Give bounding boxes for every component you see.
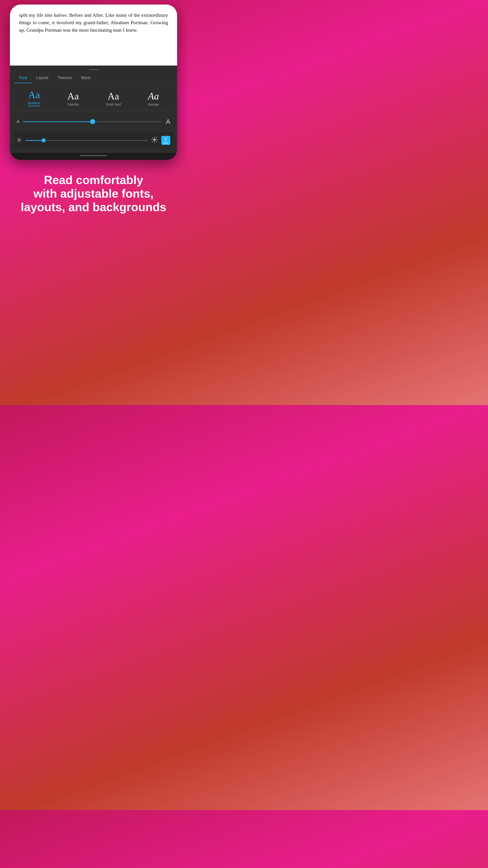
checkmark-icon: ✓	[164, 137, 168, 141]
font-sample-georgia: Aa	[148, 91, 159, 101]
font-options: Aa Bookerly Aa Caecilia Aa Droid Serif A…	[14, 88, 173, 111]
brightness-icon-small	[17, 137, 22, 144]
tab-more[interactable]: More	[76, 74, 95, 83]
book-text: split my life into halves: Before and Af…	[19, 12, 168, 33]
drag-handle[interactable]	[89, 69, 98, 70]
font-option-caecilia[interactable]: Aa Caecilia	[67, 91, 79, 106]
svg-line-16	[156, 137, 157, 138]
promo-line2: with adjustable fonts,	[33, 187, 154, 200]
tab-layout[interactable]: Layout	[32, 74, 53, 83]
font-name-droid: Droid Serif	[106, 103, 121, 106]
svg-point-9	[153, 138, 156, 141]
auto-brightness-checkbox[interactable]: ✓ Auto	[161, 136, 170, 145]
font-name-caecilia: Caecilia	[68, 103, 79, 106]
brightness-row: ✓ Auto	[14, 132, 173, 149]
auto-label: Auto	[164, 142, 168, 144]
promo-line3: layouts, and backgrounds	[21, 200, 166, 214]
font-option-georgia[interactable]: Aa Georgia	[148, 91, 159, 106]
home-indicator	[10, 153, 177, 160]
font-option-bookerly[interactable]: Aa Bookerly	[28, 90, 40, 106]
svg-line-17	[152, 141, 153, 142]
svg-line-5	[18, 138, 18, 138]
font-size-slider[interactable]	[23, 121, 162, 122]
tab-themes[interactable]: Themes	[53, 74, 76, 83]
tab-font[interactable]: Font	[14, 74, 32, 83]
font-sample-bookerly: Aa	[28, 90, 40, 100]
tabs: Font Layout Themes More	[14, 74, 173, 83]
font-sample-caecilia: Aa	[67, 91, 79, 101]
font-option-droid[interactable]: Aa Droid Serif	[106, 91, 121, 106]
home-bar	[80, 155, 107, 156]
font-size-row: A A	[14, 116, 173, 132]
promo-text: Read comfortably with adjustable fonts, …	[0, 160, 187, 223]
svg-line-8	[18, 141, 18, 142]
font-size-small-label: A	[17, 119, 20, 124]
brightness-thumb[interactable]	[41, 138, 46, 143]
phone-frame: split my life into halves: Before and Af…	[10, 4, 177, 160]
svg-line-7	[20, 138, 21, 138]
font-size-large-label: A	[166, 118, 170, 125]
brightness-icon-large	[151, 136, 158, 144]
svg-line-15	[156, 141, 157, 142]
font-size-thumb[interactable]	[90, 119, 95, 124]
svg-point-0	[18, 139, 20, 141]
font-name-bookerly: Bookerly	[28, 101, 40, 105]
brightness-slider[interactable]	[25, 140, 148, 141]
font-sample-droid: Aa	[107, 91, 119, 101]
book-content: split my life into halves: Before and Af…	[10, 4, 177, 66]
font-name-georgia: Georgia	[148, 103, 159, 106]
svg-line-6	[20, 141, 21, 142]
promo-line1: Read comfortably	[44, 174, 143, 186]
phone-wrapper: split my life into halves: Before and Af…	[0, 0, 187, 160]
bottom-panel: Font Layout Themes More Aa Bookerly	[10, 66, 177, 153]
svg-line-14	[152, 137, 153, 138]
